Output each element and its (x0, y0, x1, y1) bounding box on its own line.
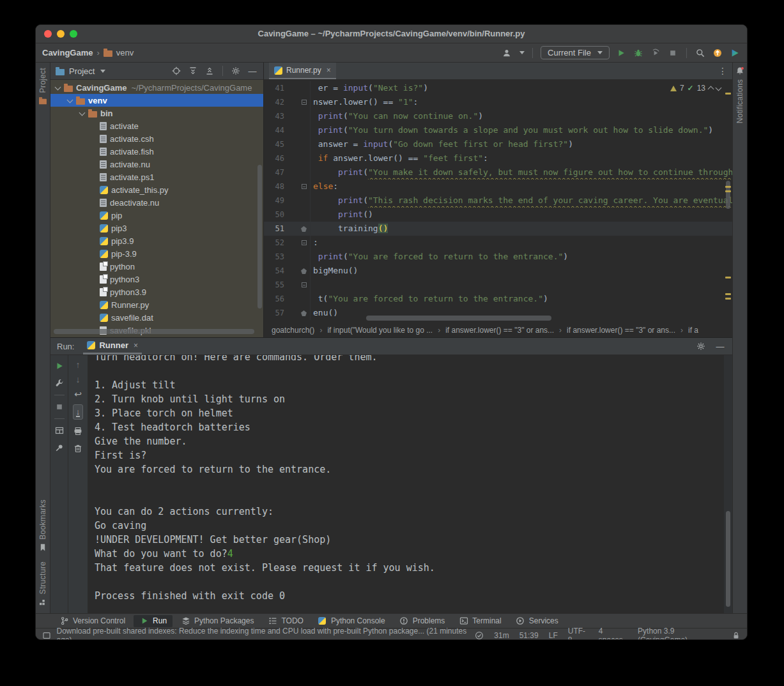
toolwindow-button-python-packages[interactable]: Python Packages (175, 615, 259, 627)
edit-configuration-button[interactable] (54, 377, 65, 389)
tree-item-savefile-dat[interactable]: savefile.dat (50, 311, 263, 324)
toolwindow-button-run[interactable]: Run (134, 615, 173, 627)
gear-icon[interactable] (695, 340, 707, 352)
more-options-icon[interactable]: ⋮ (718, 66, 727, 76)
fold-marker-icon[interactable] (302, 100, 307, 105)
tree-item-python3-9[interactable]: python3.9 (50, 286, 263, 298)
close-icon[interactable]: × (327, 66, 331, 75)
check-circle-icon[interactable] (475, 631, 484, 641)
notifications-bell-icon[interactable] (735, 66, 745, 75)
chevron-down-icon[interactable] (55, 84, 61, 90)
expand-all-button[interactable] (187, 65, 199, 77)
notifications-stripe-label[interactable]: Notifications (735, 79, 744, 123)
tree-item-bin[interactable]: bin (50, 107, 263, 119)
fold-marker-icon[interactable] (302, 282, 307, 287)
run-console-output[interactable]: Turn headtorch on! Here are commands. Or… (88, 355, 724, 613)
close-icon[interactable]: × (134, 341, 138, 350)
code-line-52[interactable]: 52: (264, 236, 732, 250)
code-line-47[interactable]: 47print("You make it down safely, but mu… (264, 165, 732, 179)
restore-layout-button[interactable] (54, 425, 65, 436)
rerun-button[interactable] (54, 360, 65, 372)
chevron-down-icon[interactable] (79, 109, 86, 116)
stop-button[interactable] (54, 401, 65, 413)
breadcrumb-item[interactable]: if a (688, 326, 698, 335)
editor-horizontal-scrollbar[interactable] (366, 316, 551, 321)
tree-item-activate-fish[interactable]: activate.fish (50, 145, 263, 158)
error-stripe-mark[interactable] (725, 186, 731, 188)
console-scrollbar[interactable] (726, 511, 730, 607)
toolwindow-button-version-control[interactable]: Version Control (54, 615, 131, 627)
chevron-down-icon[interactable] (67, 96, 73, 103)
editor-vertical-scrollbar[interactable] (726, 181, 730, 209)
error-stripe[interactable] (724, 80, 732, 323)
next-problem-button[interactable] (716, 84, 722, 91)
debug-button[interactable] (633, 47, 644, 59)
lock-icon[interactable] (732, 631, 741, 641)
code-line-45[interactable]: 45answer = input("Go down feet first or … (264, 137, 732, 151)
scroll-to-end-button[interactable]: ↓ (73, 404, 84, 420)
fold-marker-icon[interactable] (302, 240, 307, 245)
status-item-lf[interactable]: LF (549, 631, 558, 640)
code-line-56[interactable]: 56t("You are forced to return to the ent… (264, 292, 732, 306)
up-stack-trace-button[interactable]: ↑ (76, 360, 81, 369)
code-line-41[interactable]: 41er = input("Next is?") (264, 81, 732, 95)
tree-item-python[interactable]: python (50, 260, 263, 273)
tree-item-pip[interactable]: pip (50, 209, 263, 222)
project-horizontal-scrollbar[interactable] (54, 329, 254, 334)
project-vertical-scrollbar[interactable] (257, 165, 262, 309)
tree-item-runner-py[interactable]: Runner.py (50, 298, 263, 311)
fold-marker-icon[interactable] (301, 310, 307, 316)
status-item-51-39[interactable]: 51:39 (519, 631, 539, 640)
tree-item-python3[interactable]: python3 (50, 273, 263, 286)
select-opened-file-button[interactable] (171, 65, 182, 77)
fold-marker-icon[interactable] (301, 226, 307, 232)
status-item-4-spaces[interactable]: 4 spaces (599, 627, 627, 640)
pin-tab-button[interactable] (54, 442, 65, 454)
updates-icon[interactable] (712, 47, 723, 59)
breadcrumb-item[interactable]: goatchurch() (272, 326, 314, 335)
hide-panel-button[interactable]: — (714, 340, 726, 352)
structure-stripe-button[interactable]: Structure (38, 561, 48, 607)
code-line-43[interactable]: 43print("You can now continue on.") (264, 109, 732, 123)
code-line-53[interactable]: 53print("You are forced to return to the… (264, 250, 732, 264)
code-line-49[interactable]: 49print("This rash decision marks the en… (264, 194, 732, 208)
toolwindow-button-problems[interactable]: Problems (394, 615, 451, 627)
error-stripe-mark[interactable] (725, 293, 731, 295)
hide-panel-button[interactable]: — (247, 65, 258, 77)
learn-ide-icon[interactable] (729, 47, 741, 59)
code-line-44[interactable]: 44print("You turn down towards a slope a… (264, 123, 732, 137)
project-stripe-button[interactable]: Project (36, 68, 50, 105)
error-stripe-mark[interactable] (725, 277, 731, 278)
code-line-51[interactable]: 51training() (264, 222, 732, 236)
toolwindow-button-terminal[interactable]: Terminal (453, 615, 507, 627)
code-line-48[interactable]: 48else: (264, 179, 732, 194)
toolwindow-button-python-console[interactable]: Python Console (312, 615, 391, 627)
tree-item-venv[interactable]: venv (50, 94, 263, 107)
run-button[interactable] (615, 47, 627, 59)
down-stack-trace-button[interactable]: ↓ (76, 375, 81, 384)
toolwindow-button-todo[interactable]: TODO (262, 615, 309, 627)
bookmarks-stripe-button[interactable]: Bookmarks (38, 499, 48, 553)
stop-button[interactable] (667, 47, 679, 59)
editor-tab-runner[interactable]: Runner.py × (269, 63, 336, 79)
breadcrumb-item[interactable]: if answer.lower() == "3" or ans... (445, 326, 554, 335)
breadcrumb-item[interactable]: if input("Would you like to go ... (327, 326, 433, 335)
breadcrumb-project[interactable]: CavingGame (42, 48, 93, 57)
error-stripe-mark[interactable] (725, 93, 731, 95)
tree-item-pip3-9[interactable]: pip3.9 (50, 234, 263, 247)
breadcrumb-item[interactable]: if answer.lower() == "3" or ans... (567, 326, 675, 335)
run-with-coverage-button[interactable] (650, 47, 661, 59)
project-panel-title[interactable]: Project (69, 66, 95, 76)
code-line-46[interactable]: 46if answer.lower() == "feet first": (264, 151, 732, 165)
tree-item-activate-ps1[interactable]: activate.ps1 (50, 171, 263, 183)
tree-item-activate[interactable]: activate (50, 119, 263, 132)
tree-item-activate-nu[interactable]: activate.nu (50, 158, 263, 171)
run-configuration-select[interactable]: Current File (541, 46, 610, 59)
code-editor[interactable]: 7 ✓ 13 41er = input("Next is?")42nswer.l… (264, 80, 732, 323)
fold-marker-icon[interactable] (302, 184, 307, 189)
code-line-54[interactable]: 54bigMenu() (264, 264, 732, 278)
window-icon[interactable] (42, 631, 52, 641)
tree-item-pip3[interactable]: pip3 (50, 222, 263, 234)
soft-wrap-button[interactable]: ↩ (74, 390, 82, 399)
print-icon[interactable] (72, 425, 84, 437)
